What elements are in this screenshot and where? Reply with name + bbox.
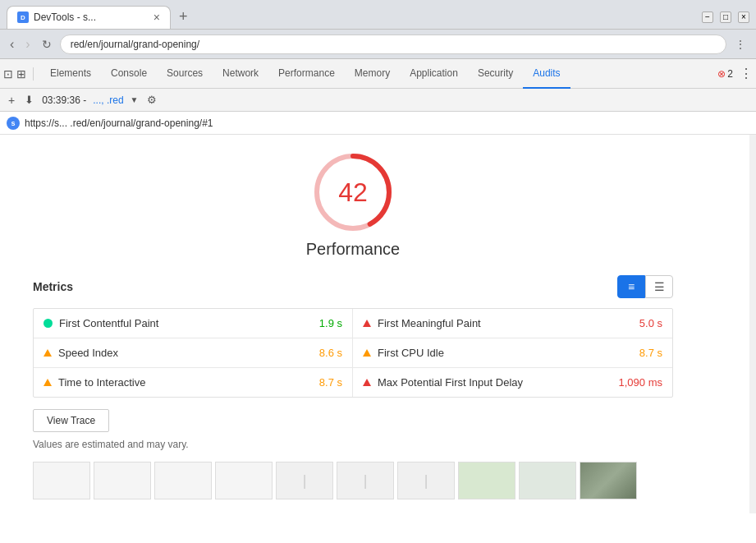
full-url: https://s... .red/en/journal/grand-openi… — [25, 117, 213, 129]
site-favicon: s — [7, 117, 20, 130]
tab-network-label: Network — [222, 67, 259, 79]
si-icon — [44, 349, 52, 357]
estimates-note: Values are estimated and may vary. — [33, 439, 673, 450]
close-button[interactable]: × — [738, 12, 749, 23]
metrics-grid: First Contentful Paint 1.9 s First Meani… — [33, 308, 673, 398]
tab-favicon: D — [17, 12, 29, 23]
tab-console[interactable]: Console — [101, 59, 157, 89]
fmp-name: First Meaningful Paint — [378, 317, 633, 329]
metric-row-fmp: First Meaningful Paint 5.0 s — [353, 309, 672, 338]
window-controls: − □ × — [702, 12, 749, 23]
download-button[interactable]: ⬇ — [23, 92, 35, 108]
grid-icon: ≡ — [628, 280, 635, 293]
fci-icon — [363, 349, 371, 357]
address-bar[interactable]: red/en/journal/grand-opening/ — [60, 35, 726, 54]
tab-audits-label: Audits — [533, 67, 560, 79]
fcp-name: First Contentful Paint — [59, 317, 313, 329]
devtools-secondary-toolbar: + ⬇ 03:39:36 - ..., .red ▼ ⚙ — [0, 89, 756, 112]
maximize-button[interactable]: □ — [720, 12, 731, 23]
tab-performance[interactable]: Performance — [268, 59, 345, 89]
tab-bar: D DevTools - s... × + − □ × — [0, 0, 756, 30]
scrollbar[interactable] — [749, 135, 756, 513]
tab-elements[interactable]: Elements — [40, 59, 101, 89]
grid-view-toggle[interactable]: ≡ — [617, 275, 645, 298]
forward-button[interactable]: › — [22, 35, 33, 53]
tti-icon — [44, 379, 52, 386]
metrics-title: Metrics — [33, 280, 73, 293]
score-value: 42 — [338, 177, 368, 208]
tab-performance-label: Performance — [278, 67, 335, 79]
browser-window: D DevTools - s... × + − □ × ‹ › ↻ red/en… — [0, 0, 756, 513]
tti-name: Time to Interactive — [58, 376, 313, 389]
error-icon: ⊗ — [717, 68, 726, 80]
audit-domain: ..., .red — [93, 94, 123, 106]
audit-content: 42 Performance Metrics ≡ ☰ — [0, 135, 706, 513]
score-section: 42 Performance — [33, 151, 673, 259]
audit-time: 03:39:36 - — [42, 94, 86, 106]
devtools-right-icons: ⊗ 2 ⋮ — [717, 66, 753, 81]
list-view-toggle[interactable]: ☰ — [645, 275, 673, 298]
metrics-header: Metrics ≡ ☰ — [33, 275, 673, 298]
fci-name: First CPU Idle — [378, 347, 633, 359]
new-audit-button[interactable]: + — [7, 92, 16, 108]
metrics-section: Metrics ≡ ☰ — [33, 275, 673, 398]
back-button[interactable]: ‹ — [7, 35, 17, 53]
refresh-button[interactable]: ↻ — [39, 36, 55, 53]
tab-security[interactable]: Security — [468, 59, 523, 89]
tab-close-icon[interactable]: × — [153, 11, 160, 24]
film-frame-7: | — [397, 462, 455, 499]
si-value: 8.6 s — [319, 347, 342, 359]
minimize-button[interactable]: − — [702, 12, 713, 23]
devtools-menu-icon[interactable]: ⋮ — [740, 66, 753, 81]
list-icon: ☰ — [654, 280, 665, 293]
new-tab-button[interactable]: + — [174, 8, 193, 25]
address-text: red/en/journal/grand-opening/ — [71, 39, 716, 50]
tab-memory-label: Memory — [355, 67, 390, 79]
film-frame-9 — [519, 462, 576, 499]
devtools-icon-2[interactable]: ⊞ — [16, 67, 26, 81]
film-frame-6: | — [337, 462, 394, 499]
film-frame-5: | — [276, 462, 333, 499]
mpfid-name: Max Potential First Input Delay — [378, 376, 612, 389]
tab-title: DevTools - s... — [34, 12, 149, 23]
tab-application-label: Application — [410, 67, 458, 79]
filmstrip: | | | — [33, 462, 673, 499]
view-trace-button[interactable]: View Trace — [33, 409, 109, 432]
devtools-url-bar: s https://s... .red/en/journal/grand-ope… — [0, 112, 756, 135]
tab-network[interactable]: Network — [213, 59, 268, 89]
metric-row-tti: Time to Interactive 8.7 s — [34, 368, 353, 397]
film-frame-8 — [458, 462, 515, 499]
score-circle: 42 — [312, 151, 394, 233]
mpfid-icon — [363, 379, 371, 386]
browser-toolbar: ‹ › ↻ red/en/journal/grand-opening/ ⋮ — [0, 30, 756, 59]
tab-sources[interactable]: Sources — [157, 59, 213, 89]
metric-row-mpfid: Max Potential First Input Delay 1,090 ms — [353, 368, 672, 397]
browser-tab[interactable]: D DevTools - s... × — [7, 6, 171, 29]
tab-application[interactable]: Application — [400, 59, 468, 89]
metric-row-fcp: First Contentful Paint 1.9 s — [34, 309, 353, 338]
score-label: Performance — [306, 240, 401, 259]
fci-value: 8.7 s — [639, 347, 662, 359]
tab-elements-label: Elements — [50, 67, 91, 79]
film-frame-1 — [33, 462, 90, 499]
extensions-button[interactable]: ⋮ — [731, 36, 749, 53]
devtools-content[interactable]: 42 Performance Metrics ≡ ☰ — [0, 135, 756, 513]
tab-memory[interactable]: Memory — [345, 59, 400, 89]
film-frame-3 — [154, 462, 212, 499]
devtools-icon-1[interactable]: ⊡ — [3, 67, 13, 81]
tab-security-label: Security — [478, 67, 513, 79]
devtools-panel: ⊡ ⊞ Elements Console Sources Network Per… — [0, 59, 756, 513]
tab-audits[interactable]: Audits — [523, 59, 570, 89]
fcp-value: 1.9 s — [319, 317, 342, 329]
film-frame-10 — [580, 462, 637, 499]
fmp-value: 5.0 s — [639, 317, 662, 329]
metrics-toggle-group: ≡ ☰ — [617, 275, 673, 298]
dropdown-icon[interactable]: ▼ — [131, 95, 139, 104]
error-badge-container: ⊗ 2 — [717, 68, 733, 80]
devtools-tab-bar: ⊡ ⊞ Elements Console Sources Network Per… — [0, 59, 756, 89]
fcp-icon — [44, 319, 53, 328]
settings-button[interactable]: ⚙ — [145, 92, 158, 108]
metric-row-si: Speed Index 8.6 s — [34, 338, 353, 368]
tab-console-label: Console — [111, 67, 147, 79]
film-frame-4 — [215, 462, 273, 499]
